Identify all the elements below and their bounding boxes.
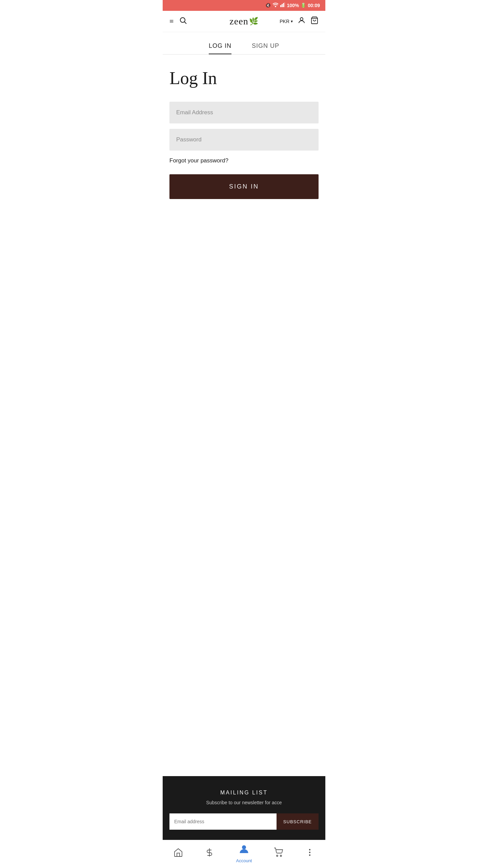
svg-point-5 xyxy=(180,18,185,22)
bottom-nav-more[interactable] xyxy=(305,848,314,860)
mailing-list-title: MAILING LIST xyxy=(169,790,319,796)
mailing-list-subtitle: Subscribe to our newsletter for acce xyxy=(169,800,319,805)
currency-selector[interactable]: PKR ▾ xyxy=(280,19,293,24)
forgot-password-link[interactable]: Forgot your password? xyxy=(169,157,319,164)
svg-point-11 xyxy=(242,845,246,849)
header-left: ≡ xyxy=(169,17,187,26)
header: ≡ zeen 🌿 PKR ▾ xyxy=(163,11,325,32)
bottom-nav-account[interactable]: Account xyxy=(236,844,252,863)
home-icon xyxy=(174,848,183,860)
currency-label: PKR xyxy=(280,19,289,24)
battery-icon: 🔋 xyxy=(301,3,306,8)
tab-signup[interactable]: SIGN UP xyxy=(252,42,279,54)
svg-point-12 xyxy=(277,855,278,856)
dollar-icon xyxy=(205,848,214,860)
svg-rect-1 xyxy=(280,5,281,7)
logo-bird-icon: 🌿 xyxy=(249,17,259,26)
password-input[interactable] xyxy=(169,129,319,151)
signal-icon xyxy=(280,2,285,8)
sign-in-button[interactable]: SIGN IN xyxy=(169,174,319,199)
subscribe-button[interactable]: SUBSCRIBE xyxy=(277,813,319,830)
chevron-down-icon: ▾ xyxy=(291,19,293,24)
svg-rect-3 xyxy=(283,3,284,7)
svg-line-6 xyxy=(185,22,187,24)
tabs: LOG IN SIGN UP xyxy=(163,32,325,55)
svg-point-7 xyxy=(300,18,303,20)
main-content: Log In Forgot your password? SIGN IN xyxy=(163,55,325,776)
footer-mailing-list: MAILING LIST Subscribe to our newsletter… xyxy=(163,776,325,840)
email-input[interactable] xyxy=(169,102,319,123)
svg-point-14 xyxy=(309,849,310,850)
email-form-group xyxy=(169,102,319,123)
header-right: PKR ▾ xyxy=(280,16,319,26)
svg-point-13 xyxy=(280,855,282,856)
page-title: Log In xyxy=(169,68,319,88)
mailing-list-email-input[interactable] xyxy=(169,813,277,830)
cart-icon xyxy=(274,848,283,860)
time-text: 00:09 xyxy=(308,3,320,8)
more-dots-icon xyxy=(305,848,314,860)
bottom-nav-home[interactable] xyxy=(174,848,183,860)
svg-rect-4 xyxy=(284,2,285,7)
account-person-icon xyxy=(239,844,249,857)
mute-icon: 🔇 xyxy=(265,3,271,8)
svg-rect-2 xyxy=(282,4,283,7)
tab-login[interactable]: LOG IN xyxy=(209,42,231,54)
search-icon[interactable] xyxy=(180,17,187,26)
svg-point-15 xyxy=(309,851,310,853)
logo-text: zeen xyxy=(229,16,248,27)
bottom-nav: Account xyxy=(163,840,325,868)
hamburger-icon[interactable]: ≡ xyxy=(169,17,174,26)
wifi-icon xyxy=(272,2,279,8)
battery-text: 100% xyxy=(287,3,299,8)
svg-point-0 xyxy=(275,6,276,7)
account-label: Account xyxy=(236,858,252,863)
status-bar: 🔇 100% 🔋 00:09 xyxy=(163,0,325,11)
bag-icon[interactable] xyxy=(310,16,319,26)
status-icons: 🔇 100% 🔋 00:09 xyxy=(265,2,320,8)
user-icon[interactable] xyxy=(298,16,306,26)
password-form-group xyxy=(169,129,319,151)
logo[interactable]: zeen 🌿 xyxy=(229,16,258,27)
svg-point-16 xyxy=(309,854,310,855)
bottom-nav-currency[interactable] xyxy=(205,848,214,860)
mailing-list-form: SUBSCRIBE xyxy=(169,813,319,830)
bottom-nav-cart[interactable] xyxy=(274,848,283,860)
svg-rect-9 xyxy=(177,853,180,856)
